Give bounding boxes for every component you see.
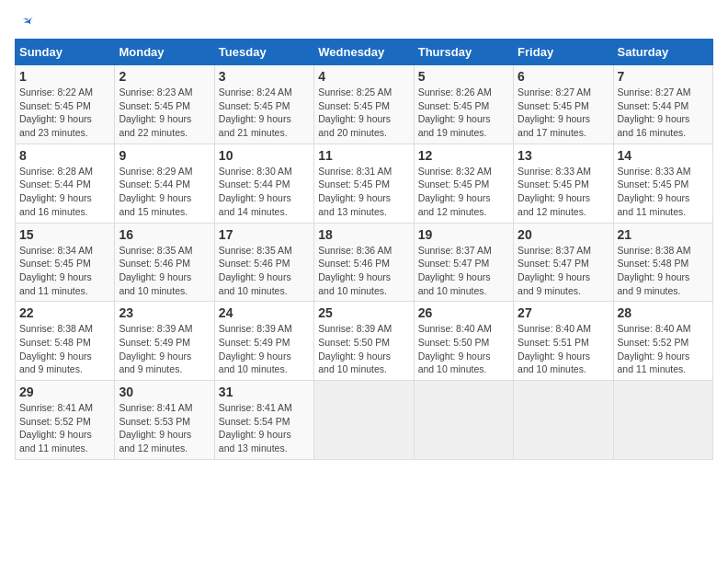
day-number: 14: [618, 148, 709, 163]
day-info: Sunrise: 8:40 AM Sunset: 5:52 PM Dayligh…: [618, 322, 709, 376]
calendar-cell: [414, 381, 513, 460]
day-info: Sunrise: 8:36 AM Sunset: 5:46 PM Dayligh…: [318, 244, 409, 298]
day-info: Sunrise: 8:39 AM Sunset: 5:50 PM Dayligh…: [318, 322, 409, 376]
column-header-friday: Friday: [514, 40, 613, 65]
day-number: 7: [618, 69, 709, 84]
day-info: Sunrise: 8:25 AM Sunset: 5:45 PM Dayligh…: [318, 86, 409, 140]
calendar-cell: 12Sunrise: 8:32 AM Sunset: 5:45 PM Dayli…: [414, 144, 513, 223]
column-header-sunday: Sunday: [16, 40, 115, 65]
calendar-cell: [613, 381, 712, 460]
page-header: [15, 15, 713, 31]
day-info: Sunrise: 8:30 AM Sunset: 5:44 PM Dayligh…: [219, 165, 310, 219]
day-number: 6: [518, 69, 609, 84]
day-number: 19: [418, 227, 509, 242]
day-info: Sunrise: 8:34 AM Sunset: 5:45 PM Dayligh…: [19, 244, 110, 298]
calendar-cell: 23Sunrise: 8:39 AM Sunset: 5:49 PM Dayli…: [115, 302, 214, 381]
day-number: 23: [119, 305, 210, 320]
day-number: 16: [119, 227, 210, 242]
calendar-cell: 16Sunrise: 8:35 AM Sunset: 5:46 PM Dayli…: [115, 223, 214, 302]
calendar-cell: 25Sunrise: 8:39 AM Sunset: 5:50 PM Dayli…: [314, 302, 414, 381]
column-header-saturday: Saturday: [613, 40, 712, 65]
calendar-cell: 31Sunrise: 8:41 AM Sunset: 5:54 PM Dayli…: [214, 381, 313, 460]
calendar-cell: 24Sunrise: 8:39 AM Sunset: 5:49 PM Dayli…: [214, 302, 313, 381]
column-header-monday: Monday: [115, 40, 214, 65]
calendar-cell: 18Sunrise: 8:36 AM Sunset: 5:46 PM Dayli…: [314, 223, 414, 302]
calendar-cell: 10Sunrise: 8:30 AM Sunset: 5:44 PM Dayli…: [214, 144, 313, 223]
day-info: Sunrise: 8:33 AM Sunset: 5:45 PM Dayligh…: [518, 165, 609, 219]
calendar-cell: 14Sunrise: 8:33 AM Sunset: 5:45 PM Dayli…: [613, 144, 712, 223]
calendar-cell: 20Sunrise: 8:37 AM Sunset: 5:47 PM Dayli…: [514, 223, 613, 302]
day-info: Sunrise: 8:31 AM Sunset: 5:45 PM Dayligh…: [318, 165, 409, 219]
day-info: Sunrise: 8:27 AM Sunset: 5:44 PM Dayligh…: [618, 86, 709, 140]
day-number: 28: [618, 305, 709, 320]
calendar-cell: 19Sunrise: 8:37 AM Sunset: 5:47 PM Dayli…: [414, 223, 513, 302]
logo-bird-icon: [18, 15, 35, 31]
day-info: Sunrise: 8:23 AM Sunset: 5:45 PM Dayligh…: [119, 86, 210, 140]
day-number: 20: [518, 227, 609, 242]
day-info: Sunrise: 8:40 AM Sunset: 5:50 PM Dayligh…: [418, 322, 509, 376]
day-info: Sunrise: 8:33 AM Sunset: 5:45 PM Dayligh…: [618, 165, 709, 219]
day-info: Sunrise: 8:37 AM Sunset: 5:47 PM Dayligh…: [418, 244, 509, 298]
day-number: 26: [418, 305, 509, 320]
day-info: Sunrise: 8:27 AM Sunset: 5:45 PM Dayligh…: [518, 86, 609, 140]
day-info: Sunrise: 8:28 AM Sunset: 5:44 PM Dayligh…: [19, 165, 110, 219]
day-number: 3: [219, 69, 310, 84]
day-info: Sunrise: 8:38 AM Sunset: 5:48 PM Dayligh…: [19, 322, 110, 376]
day-number: 25: [318, 305, 409, 320]
calendar-cell: 27Sunrise: 8:40 AM Sunset: 5:51 PM Dayli…: [514, 302, 613, 381]
column-header-tuesday: Tuesday: [214, 40, 313, 65]
calendar-cell: 17Sunrise: 8:35 AM Sunset: 5:46 PM Dayli…: [214, 223, 313, 302]
calendar-week-row: 29Sunrise: 8:41 AM Sunset: 5:52 PM Dayli…: [16, 381, 713, 460]
day-info: Sunrise: 8:41 AM Sunset: 5:53 PM Dayligh…: [119, 401, 210, 455]
day-number: 18: [318, 227, 409, 242]
day-number: 13: [518, 148, 609, 163]
calendar-cell: 9Sunrise: 8:29 AM Sunset: 5:44 PM Daylig…: [115, 144, 214, 223]
day-number: 1: [19, 69, 110, 84]
day-number: 2: [119, 69, 210, 84]
day-number: 5: [418, 69, 509, 84]
calendar-cell: 8Sunrise: 8:28 AM Sunset: 5:44 PM Daylig…: [16, 144, 115, 223]
day-number: 10: [219, 148, 310, 163]
calendar-cell: 22Sunrise: 8:38 AM Sunset: 5:48 PM Dayli…: [16, 302, 115, 381]
day-number: 12: [418, 148, 509, 163]
day-number: 21: [618, 227, 709, 242]
calendar-cell: 29Sunrise: 8:41 AM Sunset: 5:52 PM Dayli…: [16, 381, 115, 460]
calendar-cell: 3Sunrise: 8:24 AM Sunset: 5:45 PM Daylig…: [214, 65, 313, 144]
day-number: 22: [19, 305, 110, 320]
day-number: 27: [518, 305, 609, 320]
calendar-week-row: 15Sunrise: 8:34 AM Sunset: 5:45 PM Dayli…: [16, 223, 713, 302]
day-number: 9: [119, 148, 210, 163]
day-info: Sunrise: 8:26 AM Sunset: 5:45 PM Dayligh…: [418, 86, 509, 140]
day-info: Sunrise: 8:24 AM Sunset: 5:45 PM Dayligh…: [219, 86, 310, 140]
day-info: Sunrise: 8:41 AM Sunset: 5:52 PM Dayligh…: [19, 401, 110, 455]
day-info: Sunrise: 8:40 AM Sunset: 5:51 PM Dayligh…: [518, 322, 609, 376]
day-number: 17: [219, 227, 310, 242]
day-info: Sunrise: 8:32 AM Sunset: 5:45 PM Dayligh…: [418, 165, 509, 219]
calendar-cell: 1Sunrise: 8:22 AM Sunset: 5:45 PM Daylig…: [16, 65, 115, 144]
day-info: Sunrise: 8:41 AM Sunset: 5:54 PM Dayligh…: [219, 401, 310, 455]
day-number: 8: [19, 148, 110, 163]
calendar-week-row: 8Sunrise: 8:28 AM Sunset: 5:44 PM Daylig…: [16, 144, 713, 223]
day-info: Sunrise: 8:35 AM Sunset: 5:46 PM Dayligh…: [219, 244, 310, 298]
day-info: Sunrise: 8:22 AM Sunset: 5:45 PM Dayligh…: [19, 86, 110, 140]
column-header-thursday: Thursday: [414, 40, 513, 65]
day-info: Sunrise: 8:39 AM Sunset: 5:49 PM Dayligh…: [119, 322, 210, 376]
calendar-cell: 28Sunrise: 8:40 AM Sunset: 5:52 PM Dayli…: [613, 302, 712, 381]
day-info: Sunrise: 8:29 AM Sunset: 5:44 PM Dayligh…: [119, 165, 210, 219]
day-number: 31: [219, 385, 310, 399]
day-number: 15: [19, 227, 110, 242]
day-number: 30: [119, 385, 210, 399]
calendar-cell: 15Sunrise: 8:34 AM Sunset: 5:45 PM Dayli…: [16, 223, 115, 302]
calendar-header-row: SundayMondayTuesdayWednesdayThursdayFrid…: [16, 40, 713, 65]
calendar-cell: 26Sunrise: 8:40 AM Sunset: 5:50 PM Dayli…: [414, 302, 513, 381]
calendar-cell: 5Sunrise: 8:26 AM Sunset: 5:45 PM Daylig…: [414, 65, 513, 144]
day-number: 4: [318, 69, 409, 84]
calendar-cell: [514, 381, 613, 460]
calendar-cell: 11Sunrise: 8:31 AM Sunset: 5:45 PM Dayli…: [314, 144, 414, 223]
calendar-cell: 13Sunrise: 8:33 AM Sunset: 5:45 PM Dayli…: [514, 144, 613, 223]
day-number: 29: [19, 385, 110, 399]
calendar-cell: 21Sunrise: 8:38 AM Sunset: 5:48 PM Dayli…: [613, 223, 712, 302]
day-info: Sunrise: 8:37 AM Sunset: 5:47 PM Dayligh…: [518, 244, 609, 298]
calendar-cell: 6Sunrise: 8:27 AM Sunset: 5:45 PM Daylig…: [514, 65, 613, 144]
calendar-cell: 4Sunrise: 8:25 AM Sunset: 5:45 PM Daylig…: [314, 65, 414, 144]
